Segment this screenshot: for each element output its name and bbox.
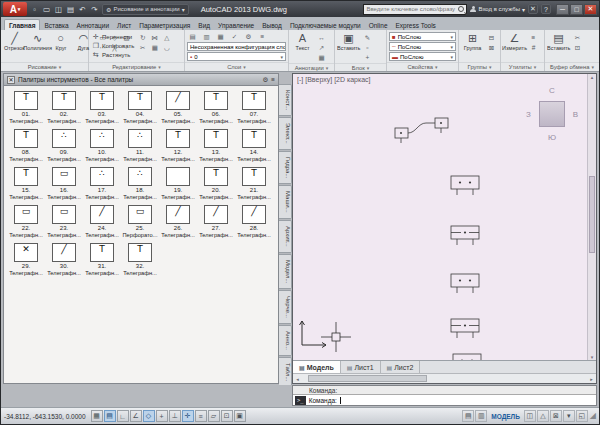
ribbon-tab[interactable]: Вставка xyxy=(40,20,72,30)
quick-access-button[interactable]: ▭ xyxy=(41,4,52,15)
palette-item[interactable]: ╱ 27. Телеграфн... xyxy=(197,205,235,239)
model-space-button[interactable]: МОДЕЛЬ xyxy=(489,413,522,420)
quick-access-button[interactable]: ▤ xyxy=(65,4,76,15)
palette-item[interactable]: T 13. Телеграфн... xyxy=(197,129,235,163)
help-search-box[interactable] xyxy=(363,4,467,15)
palette-item[interactable]: ╱ 24. Телеграфн... xyxy=(83,205,121,239)
palette-item[interactable]: T 21. Телеграфн... xyxy=(235,167,273,201)
ribbon-tab[interactable]: Параметризация xyxy=(135,20,194,30)
palette-item[interactable]: ∴ 17. Телеграфн... xyxy=(83,167,121,201)
viewport-control[interactable]: [2D каркас] xyxy=(334,76,370,83)
ribbon-button[interactable]: ❐Копировать xyxy=(92,42,134,50)
palette-item[interactable]: ∴ 09. Телеграфн... xyxy=(45,129,83,163)
viewcube-west-label[interactable]: З xyxy=(526,110,531,119)
layout-tab[interactable]: ▤Модель xyxy=(293,361,341,373)
palette-group-tab[interactable]: Архит... xyxy=(279,220,292,253)
property-dropdown[interactable]: ┄ПоСлою▾ xyxy=(389,42,456,51)
quick-access-button[interactable]: ▫ xyxy=(29,4,40,15)
panel-label-block[interactable]: Блок▾ xyxy=(335,63,386,71)
viewport-control[interactable]: [Вверху] xyxy=(305,76,332,83)
palette-group-tab[interactable]: Гидра... xyxy=(279,151,292,184)
palette-properties-icon[interactable]: ⚙ xyxy=(262,76,268,84)
palette-item[interactable]: T 02. Телеграфн... xyxy=(45,91,83,125)
ribbon-mini-button[interactable]: ✂ xyxy=(137,43,148,52)
exchange-apps-icon[interactable]: ✕ xyxy=(528,4,538,14)
ribbon-tab[interactable]: Подключаемые модули xyxy=(286,20,365,30)
layer-tool-icon[interactable]: ⚙ xyxy=(243,32,254,41)
panel-label-groups[interactable]: Группы▾ xyxy=(459,62,500,71)
palette-menu-icon[interactable]: ≡ xyxy=(271,76,275,83)
viewport-control[interactable]: [-] xyxy=(297,76,303,83)
palette-item[interactable]: ✕ 29. Телеграфн... xyxy=(7,243,45,277)
maximize-button[interactable]: □ xyxy=(570,4,583,15)
space-switch-icon[interactable]: ▥ xyxy=(475,410,487,422)
palette-item[interactable]: T 01. Телеграфн... xyxy=(7,91,45,125)
search-icon[interactable] xyxy=(458,6,464,12)
ribbon-mini-button[interactable]: ↗ xyxy=(316,43,327,52)
ribbon-tab[interactable]: Управление xyxy=(214,20,258,30)
ribbon-button[interactable]: ⇆Растянуть xyxy=(92,51,134,59)
space-switch-icon[interactable]: ▤ xyxy=(462,410,474,422)
palette-item[interactable]: T 12. Телеграфн... xyxy=(159,129,197,163)
status-toggle-button[interactable]: ▱ xyxy=(208,410,220,422)
ribbon-mini-button[interactable]: ≡ xyxy=(528,33,539,42)
panel-label-clipboard[interactable]: Буфер обмена▾ xyxy=(545,62,599,71)
palette-item[interactable]: T 32. Телеграфн... xyxy=(121,243,159,277)
layer-tool-icon[interactable]: ≡ xyxy=(257,32,268,41)
palette-item[interactable]: T 14. Телеграфн... xyxy=(235,129,273,163)
status-toggle-button[interactable]: ∟ xyxy=(117,410,129,422)
palette-close-icon[interactable]: ✕ xyxy=(7,76,15,84)
palette-item[interactable]: T 04. Телеграфн... xyxy=(121,91,159,125)
ribbon-tab[interactable]: Вид xyxy=(194,20,214,30)
viewcube-face[interactable] xyxy=(539,101,565,127)
layout-tab[interactable]: ▤Лист1 xyxy=(341,361,381,373)
scroll-left-icon[interactable]: ◂ xyxy=(293,376,302,382)
quick-access-button[interactable]: ↶ xyxy=(77,4,88,15)
panel-label-properties[interactable]: Свойства▾ xyxy=(387,62,458,71)
layout-tab[interactable]: ▤Лист2 xyxy=(381,361,421,373)
ribbon-button[interactable]: ▣Вставить xyxy=(338,31,359,51)
status-toggle-button[interactable]: ✛ xyxy=(182,410,194,422)
status-right-icon[interactable]: ◱ xyxy=(576,410,588,422)
resize-grip-icon[interactable]: ◢ xyxy=(590,412,596,420)
palette-group-tab[interactable]: Маши... xyxy=(279,185,292,219)
palette-item[interactable]: ╱ 05. Телеграфн... xyxy=(159,91,197,125)
palette-item[interactable]: ▭ 22. Телеграфн... xyxy=(7,205,45,239)
palette-item[interactable]: ╱ 26. Телеграфн... xyxy=(159,205,197,239)
ribbon-mini-button[interactable]: ▦ xyxy=(149,43,160,52)
ribbon-mini-button[interactable]: ↻ xyxy=(137,33,148,42)
layer-state-dropdown[interactable]: Несохраненная конфигурация сло...▾ xyxy=(187,42,286,51)
status-right-icon[interactable]: ▾ xyxy=(563,410,575,422)
drawing-canvas[interactable]: [-][Вверху][2D каркас] С З В Ю ▴ ▾ xyxy=(293,74,596,360)
ribbon-mini-button[interactable]: △ xyxy=(161,33,172,42)
vertical-scrollbar[interactable]: ▴ ▾ xyxy=(587,74,596,360)
viewcube[interactable]: С З В Ю xyxy=(524,86,580,142)
palette-item[interactable]: T 03. Телеграфн... xyxy=(83,91,121,125)
status-toggle-button[interactable]: ⊡ xyxy=(221,410,233,422)
ribbon-button[interactable]: ○Круг xyxy=(50,31,71,51)
property-dropdown[interactable]: ■ПоСлою▾ xyxy=(389,32,456,41)
panel-label-utilities[interactable]: Утилиты▾ xyxy=(501,62,544,71)
ribbon-mini-button[interactable]: ✂ xyxy=(572,33,583,42)
status-toggle-button[interactable]: + xyxy=(156,410,168,422)
palette-group-tab[interactable]: Табл... xyxy=(279,357,292,387)
palette-item[interactable]: ∴ 11. Телеграфн... xyxy=(121,129,159,163)
palette-item[interactable]: T 15. Телеграфн... xyxy=(7,167,45,201)
quick-access-button[interactable]: ↷ xyxy=(89,4,100,15)
palette-item[interactable]: ▭ 23. Телеграфн... xyxy=(45,205,83,239)
layer-tool-icon[interactable]: ✓ xyxy=(229,32,240,41)
layer-dropdown[interactable]: ▪0▾ xyxy=(187,52,286,61)
minimize-button[interactable]: ─ xyxy=(556,4,569,15)
palette-group-tab[interactable]: Конст... xyxy=(279,84,292,116)
ribbon-mini-button[interactable]: ◡ xyxy=(161,43,172,52)
layer-tool-icon[interactable]: ▦ xyxy=(215,32,226,41)
ribbon-mini-button[interactable]: ⊡ xyxy=(572,43,583,52)
status-toggle-button[interactable]: ▤ xyxy=(104,410,116,422)
scrollbar-thumb[interactable] xyxy=(589,176,595,253)
panel-label-layers[interactable]: Слои▾ xyxy=(185,62,288,71)
ribbon-tab[interactable]: Главная xyxy=(4,19,40,30)
viewcube-east-label[interactable]: В xyxy=(573,110,578,119)
ribbon-mini-button[interactable]: ▦ xyxy=(316,53,327,62)
palette-item[interactable]: ▭ 16. Телеграфн... xyxy=(45,167,83,201)
palette-group-tab[interactable]: Анно... xyxy=(279,325,292,356)
